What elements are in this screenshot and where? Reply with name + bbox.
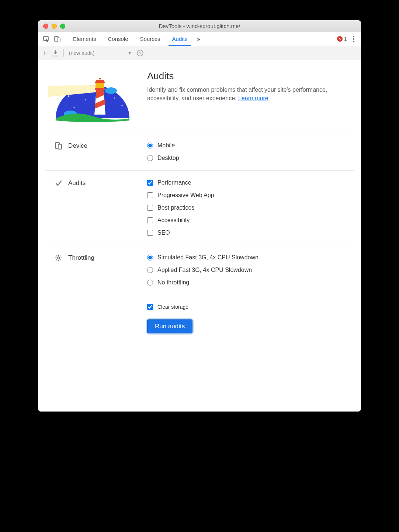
svg-point-11 — [105, 87, 117, 94]
svg-rect-20 — [61, 258, 62, 258]
tab-sources[interactable]: Sources — [134, 32, 166, 46]
throttling-option-applied[interactable]: Applied Fast 3G, 4x CPU Slowdown — [147, 267, 354, 273]
device-icon — [55, 142, 62, 150]
svg-point-10 — [66, 105, 66, 106]
option-label: Accessibility — [157, 217, 190, 224]
audit-option-performance[interactable]: Performance — [147, 179, 354, 186]
tab-audits[interactable]: Audits — [166, 32, 194, 46]
device-option-desktop[interactable]: Desktop — [147, 155, 354, 161]
gear-icon — [55, 254, 62, 262]
option-label: Clear storage — [157, 304, 188, 310]
tab-label: Elements — [73, 36, 96, 42]
section-title: Audits — [68, 179, 86, 187]
option-label: SEO — [157, 230, 170, 236]
check-icon — [55, 179, 62, 187]
error-icon: × — [337, 36, 343, 42]
audit-option-seo[interactable]: SEO — [147, 230, 354, 236]
audit-option-pwa[interactable]: Progressive Web App — [147, 192, 354, 199]
tab-label: Sources — [140, 36, 160, 42]
svg-point-3 — [68, 95, 69, 97]
checkbox-input[interactable] — [147, 230, 153, 236]
svg-rect-14 — [95, 88, 105, 90]
section-device: Device Mobile Desktop — [45, 133, 354, 170]
new-audit-icon[interactable]: + — [42, 49, 47, 57]
option-label: Progressive Web App — [157, 192, 214, 199]
option-label: Simulated Fast 3G, 4x CPU Slowdown — [157, 254, 259, 261]
throttling-option-none[interactable]: No throttling — [147, 279, 354, 286]
svg-rect-19 — [55, 258, 56, 258]
throttling-option-simulated[interactable]: Simulated Fast 3G, 4x CPU Slowdown — [147, 254, 354, 261]
window-title: DevTools - wind-sprout.glitch.me/ — [38, 23, 361, 29]
divider — [63, 49, 64, 57]
svg-rect-23 — [60, 255, 62, 257]
clear-storage-option[interactable]: Clear storage — [147, 304, 188, 310]
error-count: 1 — [344, 36, 347, 42]
section-audits: Audits Performance Progressive Web App B… — [45, 170, 354, 245]
svg-point-9 — [74, 107, 75, 108]
download-report-icon[interactable] — [52, 50, 58, 56]
panel-title: Audits — [147, 70, 351, 82]
audits-panel: Audits Identify and fix common problems … — [38, 60, 361, 412]
checkbox-input[interactable] — [147, 205, 153, 211]
more-tabs-chevron-icon[interactable]: » — [193, 32, 204, 46]
devtools-window: DevTools - wind-sprout.glitch.me/ Elemen… — [38, 20, 361, 412]
svg-rect-16 — [58, 144, 62, 149]
section-title: Throttling — [68, 254, 94, 262]
window-controls — [43, 24, 65, 29]
audit-selector-dropdown[interactable]: (new audit) ▼ — [69, 50, 132, 56]
desc-text: Identify and fix common problems that af… — [147, 87, 327, 101]
close-window-button[interactable] — [43, 24, 48, 29]
learn-more-link[interactable]: Learn more — [238, 95, 268, 101]
dropdown-label: (new audit) — [69, 50, 94, 56]
option-label: Performance — [157, 179, 191, 186]
section-throttling: Throttling Simulated Fast 3G, 4x CPU Slo… — [45, 245, 354, 295]
radio-input[interactable] — [147, 155, 153, 161]
intro-section: Audits Identify and fix common problems … — [45, 70, 354, 133]
svg-rect-2 — [57, 38, 60, 42]
radio-input[interactable] — [147, 143, 153, 148]
devtools-settings-menu-icon[interactable] — [351, 34, 356, 44]
section-title: Device — [68, 142, 87, 150]
svg-rect-24 — [56, 259, 57, 261]
footer-section: Clear storage Run audits — [45, 295, 354, 342]
error-count-badge[interactable]: × 1 — [337, 36, 347, 42]
run-audits-button[interactable]: Run audits — [147, 319, 192, 333]
clear-icon[interactable] — [137, 50, 143, 56]
inspect-element-icon[interactable] — [43, 36, 50, 42]
option-label: Best practices — [157, 204, 194, 211]
checkbox-input[interactable] — [147, 180, 153, 186]
svg-rect-22 — [60, 259, 62, 261]
svg-rect-21 — [56, 255, 57, 257]
audit-option-best-practices[interactable]: Best practices — [147, 204, 354, 211]
svg-point-5 — [85, 99, 86, 101]
option-label: No throttling — [157, 279, 189, 286]
radio-input[interactable] — [147, 267, 153, 273]
tab-elements[interactable]: Elements — [67, 32, 102, 46]
minimize-window-button[interactable] — [52, 24, 57, 29]
toggle-device-icon[interactable] — [54, 36, 61, 42]
checkbox-input[interactable] — [147, 217, 153, 223]
svg-rect-18 — [58, 260, 59, 261]
svg-point-8 — [122, 105, 123, 106]
tab-label: Audits — [172, 36, 188, 42]
svg-point-7 — [114, 98, 115, 99]
checkbox-input[interactable] — [147, 192, 153, 198]
radio-input[interactable] — [147, 255, 153, 260]
zoom-window-button[interactable] — [60, 24, 65, 29]
audit-option-accessibility[interactable]: Accessibility — [147, 217, 354, 224]
svg-rect-17 — [58, 255, 59, 256]
svg-rect-13 — [96, 83, 104, 88]
lighthouse-illustration — [48, 70, 137, 122]
tab-console[interactable]: Console — [102, 32, 134, 46]
device-option-mobile[interactable]: Mobile — [147, 142, 354, 149]
option-label: Desktop — [157, 155, 179, 161]
option-label: Mobile — [157, 142, 175, 149]
radio-input[interactable] — [147, 280, 153, 286]
chevron-down-icon: ▼ — [128, 51, 132, 55]
checkbox-input[interactable] — [147, 304, 153, 310]
option-label: Applied Fast 3G, 4x CPU Slowdown — [157, 267, 252, 273]
titlebar: DevTools - wind-sprout.glitch.me/ — [38, 20, 361, 32]
devtools-tabs-row: Elements Console Sources Audits » × 1 — [38, 32, 361, 46]
devtools-tabs: Elements Console Sources Audits » — [64, 32, 337, 46]
audits-toolbar: + (new audit) ▼ — [38, 46, 361, 60]
